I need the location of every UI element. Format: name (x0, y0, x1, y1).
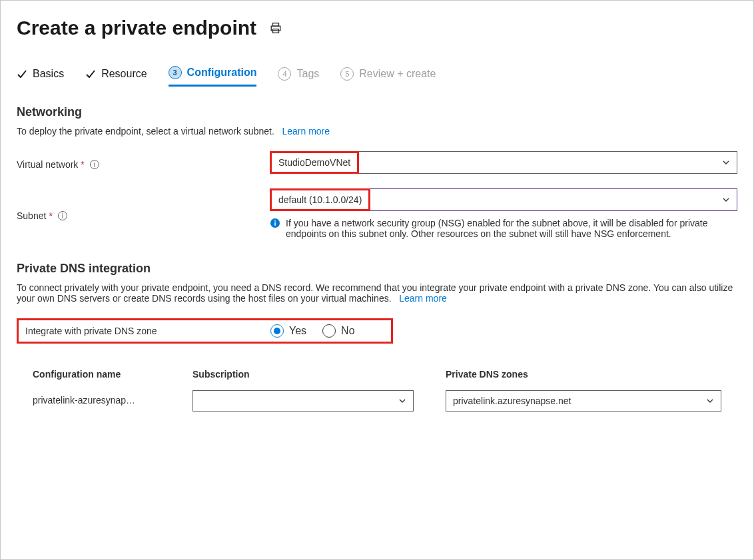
required-indicator: * (49, 210, 52, 221)
dns-table: Configuration name Subscription Private … (17, 362, 737, 416)
vnet-select[interactable]: StudioDemoVNet (270, 151, 737, 174)
wizard-tabs: Basics Resource 3 Configuration 4 Tags 5… (17, 66, 737, 87)
networking-heading: Networking (17, 105, 737, 119)
check-icon (17, 69, 27, 79)
radio-no[interactable]: No (322, 324, 354, 338)
dns-heading: Private DNS integration (17, 262, 737, 276)
vnet-label: Virtual network (17, 159, 78, 170)
table-row: privatelink-azuresynap… privatelink.azur… (17, 386, 737, 416)
info-icon[interactable]: i (58, 211, 67, 220)
tab-configuration[interactable]: 3 Configuration (169, 66, 257, 87)
svg-rect-5 (274, 220, 276, 222)
radio-no-label: No (341, 325, 354, 337)
radio-yes[interactable]: Yes (270, 324, 306, 338)
nsg-note: If you have a network security group (NS… (270, 218, 737, 239)
step-badge: 3 (169, 66, 182, 79)
integrate-label: Integrate with private DNS zone (25, 326, 157, 336)
check-icon (85, 69, 96, 79)
subscription-select[interactable] (192, 390, 414, 412)
nsg-note-text: If you have a network security group (NS… (286, 218, 737, 239)
tab-basics-label: Basics (33, 68, 64, 80)
chevron-down-icon (722, 196, 730, 204)
dns-learn-more-link[interactable]: Learn more (399, 293, 447, 304)
step-badge: 5 (340, 67, 354, 81)
networking-learn-more-link[interactable]: Learn more (282, 126, 330, 137)
networking-desc-text: To deploy the private endpoint, select a… (17, 126, 274, 137)
dns-zone-select[interactable]: privatelink.azuresynapse.net (446, 390, 721, 412)
svg-rect-4 (274, 222, 276, 226)
networking-desc: To deploy the private endpoint, select a… (17, 126, 737, 137)
tab-configuration-label: Configuration (187, 67, 257, 79)
vnet-value: StudioDemoVNet (270, 151, 359, 174)
dns-desc-text: To connect privately with your private e… (17, 282, 733, 304)
dns-desc: To connect privately with your private e… (17, 282, 737, 304)
col-sub: Subscription (177, 362, 430, 386)
info-icon (270, 218, 280, 239)
required-indicator: * (81, 159, 84, 170)
page-title: Create a private endpoint (17, 17, 256, 39)
subnet-label: Subnet (17, 210, 46, 221)
chevron-down-icon (706, 397, 714, 405)
radio-input-selected (270, 324, 284, 338)
tab-tags-label: Tags (296, 68, 319, 80)
chevron-down-icon (398, 397, 406, 405)
tab-resource[interactable]: Resource (85, 68, 147, 85)
tab-review-label: Review + create (359, 68, 436, 80)
col-config: Configuration name (17, 362, 177, 386)
col-zones: Private DNS zones (430, 362, 737, 386)
subnet-select[interactable]: default (10.1.0.0/24) (270, 188, 737, 211)
config-name-cell: privatelink-azuresynap… (33, 395, 135, 406)
dns-zone-value: privatelink.azuresynapse.net (453, 396, 571, 406)
tab-resource-label: Resource (101, 68, 147, 80)
tab-review[interactable]: 5 Review + create (340, 67, 436, 86)
chevron-down-icon (722, 158, 730, 166)
integrate-dns-row: Integrate with private DNS zone Yes No (17, 318, 393, 344)
info-icon[interactable]: i (90, 160, 99, 169)
tab-tags[interactable]: 4 Tags (278, 67, 319, 86)
radio-yes-label: Yes (289, 325, 306, 337)
tab-basics[interactable]: Basics (17, 68, 64, 85)
print-icon[interactable] (270, 22, 282, 34)
step-badge: 4 (278, 67, 291, 81)
radio-input (322, 324, 336, 338)
subnet-value: default (10.1.0.0/24) (270, 188, 370, 211)
